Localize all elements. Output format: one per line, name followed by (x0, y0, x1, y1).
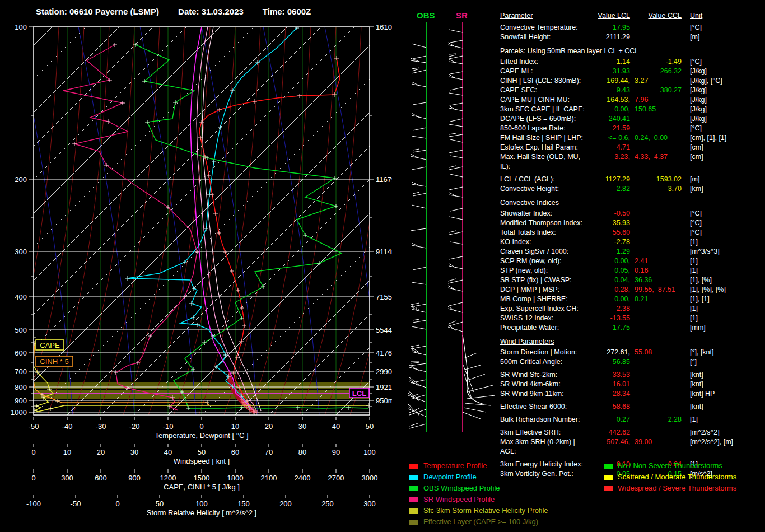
value-lcl: 16.01 (590, 380, 630, 389)
row-label: Max. Hail Size (OLD, MU, IL): (500, 152, 590, 171)
legend-label: Widespread / Severe Thunderstorms (618, 483, 736, 494)
svg-text:300: 300 (61, 474, 73, 482)
value-lcl: 1127.29 (590, 175, 630, 184)
row-unit: [°] (682, 357, 764, 367)
svg-text:30: 30 (298, 422, 306, 431)
table-row: FM Hail Size | SHIP | LHP:<= 0.6,0.24, 0… (500, 133, 764, 143)
table-row: Convective Height:2.823.70[km] (500, 184, 764, 194)
svg-text:1800: 1800 (227, 474, 244, 482)
value-lcl: 0.04, (590, 276, 630, 285)
row-label: 850-600 Lapse Rate: (500, 124, 590, 133)
x-axis-title-3: Storm Relative Helicity [ m^2/s^2 ] (147, 508, 256, 517)
row-unit: [J/kg] (682, 114, 764, 124)
table-row: STP (new, old):0.05,0.16[1] (500, 266, 764, 276)
svg-text:50: 50 (156, 500, 164, 508)
row-label: Precipitable Water: (500, 323, 590, 333)
table-row: CAPE SFC:9.43380.27[J/kg] (500, 86, 764, 95)
value-continued: 39.00 (630, 437, 682, 447)
row-label: 3km SFC CAPE | IL CAPE: (500, 105, 590, 114)
svg-text:950m: 950m (376, 396, 392, 405)
profile-legend-item: OBS Windspeed Profile (409, 483, 548, 494)
x-axis-title-1: Windspeed [ knt ] (174, 457, 230, 465)
value-lcl: 0.00, (590, 295, 630, 304)
row-label: STP (new, old): (500, 266, 590, 276)
svg-text:200: 200 (279, 500, 292, 508)
row-unit: [1] (682, 266, 764, 276)
svg-text:5544m: 5544m (376, 326, 392, 334)
sounding-analysis-app: { "header": { "station": "Station: 06610… (0, 0, 765, 532)
svg-text:3000: 3000 (362, 474, 378, 482)
value-lcl: 0.00, (590, 105, 630, 114)
row-label: FM Hail Size | SHIP | LHP: (500, 133, 590, 143)
lcl-label: LCL (349, 388, 369, 398)
srh-profile-profile (31, 335, 371, 413)
table-row: CAPE ML:31.93266.32[J/kg] (500, 67, 764, 76)
value-lcl: 28.34 (590, 389, 630, 399)
legend-swatch (604, 475, 613, 480)
table-row: Bulk Richardson Number:0.272.28[1] (500, 415, 764, 424)
svg-text:-100: -100 (26, 500, 41, 508)
svg-text:-50: -50 (71, 500, 81, 508)
row-unit: [1] (682, 256, 764, 266)
profile-legend-item: Temperature Profile (409, 460, 548, 472)
svg-text:800: 800 (15, 383, 27, 391)
value-lcl: 0.28, (590, 285, 630, 295)
table-row: SR Wind Sfc-2km:33.53[knt] (500, 370, 764, 380)
table-row: Convective Temperature:17.95[°C] (500, 23, 764, 32)
row-label: Convective Height: (500, 184, 590, 194)
table-row: 850-600 Lapse Rate:21.59[°C] (500, 124, 764, 133)
table-row: Modified Thompson Index:35.93[°C] (500, 218, 764, 228)
sr-windspeed-profile (63, 43, 199, 410)
svg-text:11679m: 11679m (376, 175, 392, 184)
column-header-value_lcl: Value LCL (590, 11, 630, 21)
height-axis: 16104m11679m9114m7155m5544m4176m2990m192… (370, 23, 392, 405)
value-continued: 4.33, 4.37 (630, 152, 682, 162)
cinh-label: CINH * 5 (36, 356, 73, 366)
sr-column-label: SR (456, 11, 468, 20)
row-unit: [m^3/s^3] (682, 247, 764, 256)
row-unit: [km] (682, 184, 764, 194)
table-row: 3km SFC CAPE | IL CAPE:0.00,150.65[J/kg] (500, 105, 764, 114)
parcel-magenta-profile (190, 27, 255, 413)
cape-label: CAPE (36, 340, 64, 350)
value-lcl: <= 0.6, (590, 133, 630, 143)
profile-legend-item: Effective Layer (CAPE >= 100 J/kg) (409, 516, 548, 528)
svg-text:0: 0 (31, 474, 35, 482)
svg-text:4176m: 4176m (376, 349, 392, 357)
table-row: Estofex Exp. Hail Param:4.71[cm] (500, 143, 764, 152)
row-label: Lifted Index: (500, 57, 590, 67)
row-unit: [°C] (682, 218, 764, 228)
row-unit: [1] (682, 304, 764, 314)
table-row: SCP RM (new, old):0.00,2.41[1] (500, 256, 764, 266)
obs-column-label: OBS (417, 11, 435, 20)
table-row: Effective Shear 6000:58.68[knt] (500, 402, 764, 412)
x-axis-0: -50-40-30-20-1001020304050Temperature, D… (29, 417, 374, 440)
row-label: Convective Temperature: (500, 23, 590, 32)
value-lcl: 442.62 (590, 428, 630, 437)
table-row: SWISS 12 Index:-13.55[1] (500, 314, 764, 323)
row-label: 3km Effective SRH: (500, 428, 590, 437)
sr-barb-column (448, 22, 495, 432)
value-lcl: 17.75 (590, 323, 630, 333)
row-unit: [knt] (682, 402, 764, 412)
legend-swatch (409, 475, 418, 480)
row-unit: [knt] HP (682, 389, 764, 399)
svg-text:1500: 1500 (194, 474, 210, 482)
svg-text:1200: 1200 (160, 474, 176, 482)
svg-text:LCL: LCL (352, 389, 366, 398)
row-unit: [°C] (682, 57, 764, 67)
svg-text:900: 900 (15, 396, 27, 405)
legend-swatch (409, 486, 418, 491)
section-header: Wind Parameters (500, 337, 764, 347)
row-label: Craven SigSvr / 1000: (500, 247, 590, 256)
row-label: CAPE MU | CINH MU: (500, 95, 590, 105)
bottom-axes: -50-40-30-20-1001020304050Temperature, D… (26, 417, 377, 517)
row-label: KO Index: (500, 237, 590, 247)
obs-windspeed-profile (133, 43, 368, 410)
value-lcl: 58.68 (590, 402, 630, 412)
value-lcl: 164.53, (590, 95, 630, 105)
row-label: LCL / CCL (AGL): (500, 175, 590, 184)
row-label: CINH | LSI (LCL: 830mB): (500, 76, 590, 86)
row-label: Max 3km SRH (0-2km) | AGL: (500, 437, 590, 456)
value-continued: 55.08 (630, 348, 682, 357)
